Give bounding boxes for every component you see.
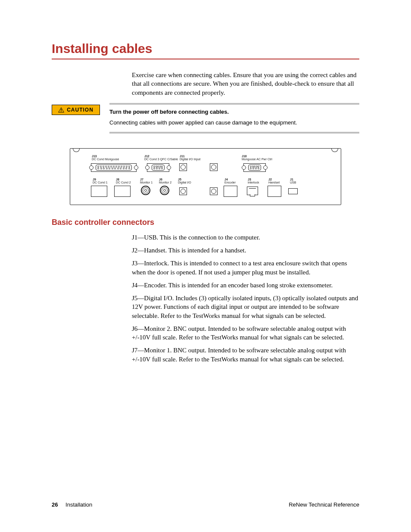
title-rule — [52, 59, 359, 59]
definition-item: J2—Handset. This is intended for a hands… — [132, 246, 359, 255]
rect-connector-icon — [114, 186, 131, 197]
din-connector-icon — [179, 163, 187, 171]
section-heading: Basic controller connectors — [52, 218, 359, 227]
page-number: 26 — [52, 501, 58, 508]
footer-section: Installation — [65, 501, 92, 508]
definition-item: J1—USB. This is the connection to the co… — [132, 233, 359, 242]
svg-rect-3 — [61, 111, 61, 111]
rect-connector-icon — [91, 186, 107, 197]
svg-rect-2 — [61, 109, 61, 110]
caution-block: CAUTION Turn the power off before connec… — [52, 103, 359, 134]
connector-label: J10 Mongoose AC Pwr Ctrl — [242, 155, 272, 161]
caution-badge: CAUTION — [52, 105, 100, 115]
din-connector-icon — [210, 163, 218, 171]
connector-label: J2Handset — [268, 178, 280, 184]
definition-item: J4—Encoder. This is intended for an enco… — [132, 281, 359, 289]
dsub-connector-icon — [243, 163, 266, 172]
caution-body: Turn the power off before connecting cab… — [109, 103, 359, 134]
connector-label: J11 Digital I/O Input — [180, 155, 200, 161]
connector-label: J13 DC Cond Mongoose — [92, 155, 119, 161]
connector-label: J3Interlock — [248, 178, 259, 184]
intro-block: Exercise care when connecting cables. En… — [132, 71, 359, 97]
rj-connector-icon — [247, 187, 258, 195]
rect-connector-icon — [224, 186, 237, 197]
warning-triangle-icon — [58, 107, 64, 112]
footer-doc-title: ReNew Technical Reference — [289, 501, 359, 508]
connector-label: J8DC Cond 2 — [116, 178, 131, 184]
page-footer: 26 Installation ReNew Technical Referenc… — [52, 501, 359, 508]
definition-item: J7—Monitor 1. BNC output. Intended to be… — [132, 346, 359, 364]
dsub-connector-icon — [91, 163, 137, 172]
connector-label: J7Monitor 1 — [140, 178, 153, 184]
intro-text: Exercise care when connecting cables. En… — [132, 71, 359, 97]
connector-label: J1USB — [290, 178, 296, 184]
din-connector-icon — [179, 187, 187, 195]
mount-screw-icon — [73, 148, 80, 152]
rear-panel-diagram: J13 DC Cond Mongoose J12 DC Cond 3 QFC C… — [70, 148, 341, 205]
definition-item: J6—Monitor 2. BNC output. Intended to be… — [132, 324, 359, 342]
caution-headline: Turn the power off before connecting cab… — [109, 108, 359, 116]
bnc-connector-icon — [160, 186, 169, 195]
definition-item: J3—Interlock. This is intended to connec… — [132, 259, 359, 277]
mount-screw-icon — [331, 148, 338, 152]
footer-left: 26 Installation — [52, 501, 92, 508]
caution-bottom-bar — [109, 132, 359, 134]
din-connector-icon — [210, 187, 218, 195]
dsub-connector-icon — [147, 163, 169, 172]
caution-text: Connecting cables with power applied can… — [109, 119, 359, 127]
connector-definitions: J1—USB. This is the connection to the co… — [132, 233, 359, 364]
caution-top-bar — [109, 103, 359, 105]
connector-label: J5Digital I/O — [178, 178, 191, 184]
caution-label: CAUTION — [67, 107, 93, 113]
bnc-connector-icon — [141, 186, 150, 195]
connector-label: J4Encoder — [224, 178, 236, 184]
definition-item: J5—Digital I/O. Includes (3) optically i… — [132, 294, 359, 320]
rect-connector-icon — [268, 186, 281, 197]
connector-label: J9DC Cond 1 — [93, 178, 108, 184]
usb-connector-icon — [288, 188, 298, 194]
page-title: Installing cables — [52, 41, 359, 56]
connector-label: J12 DC Cond 3 QFC C/Sable — [144, 155, 178, 161]
connector-label: J6Monitor 2 — [159, 178, 171, 184]
